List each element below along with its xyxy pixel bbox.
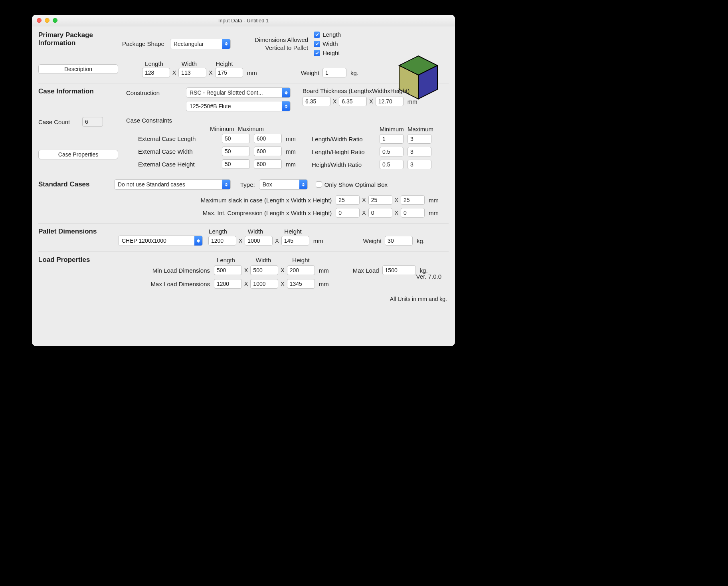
slack-w-input[interactable] bbox=[368, 195, 392, 205]
primary-height-input[interactable] bbox=[215, 68, 243, 77]
package-shape-label: Package Shape bbox=[122, 40, 164, 47]
case-count-input[interactable] bbox=[82, 117, 103, 127]
traffic-lights bbox=[37, 18, 57, 23]
app-window: Input Data - Untitled 1 Primary Package … bbox=[32, 15, 455, 346]
description-button[interactable]: Description bbox=[38, 64, 118, 74]
primary-dim-unit: mm bbox=[247, 69, 257, 76]
board-thickness-label: Board Thickness (LengthxWidthxHeight) bbox=[303, 87, 417, 94]
ecw-max-input[interactable] bbox=[254, 146, 282, 156]
pallet-weight-input[interactable] bbox=[385, 236, 413, 245]
chevron-updown-icon bbox=[299, 180, 307, 189]
max-load-input[interactable] bbox=[382, 265, 416, 275]
hw-min-input[interactable] bbox=[380, 160, 404, 169]
lh-ratio-label: Length/Height Ratio bbox=[312, 148, 380, 155]
units-label: All Units in mm and kg. bbox=[38, 294, 449, 302]
primary-heading-1: Primary Package bbox=[38, 31, 122, 39]
case-constraints-label: Case Constraints bbox=[126, 117, 296, 124]
primary-weight-input[interactable] bbox=[322, 68, 346, 77]
maximize-icon[interactable] bbox=[53, 18, 57, 23]
min-h-input[interactable] bbox=[287, 265, 315, 275]
flute-select[interactable]: 125-250#B Flute bbox=[186, 101, 291, 111]
package-shape-select[interactable]: Rectangular bbox=[170, 39, 231, 49]
construction-select[interactable]: RSC - Regular Slotted Cont... bbox=[186, 87, 291, 98]
primary-heading-2: Information bbox=[38, 39, 122, 47]
comp-l-input[interactable] bbox=[336, 208, 360, 218]
construction-label: Construction bbox=[126, 89, 186, 96]
titlebar: Input Data - Untitled 1 bbox=[32, 15, 455, 26]
max-load-label: Max Load bbox=[353, 267, 379, 274]
primary-length-input[interactable] bbox=[142, 68, 170, 77]
chk-length[interactable]: Length bbox=[314, 31, 341, 38]
height-header: Height bbox=[212, 60, 236, 67]
min-w-input[interactable] bbox=[250, 265, 278, 275]
max-comp-label: Max. Int. Compression (Length x Width x … bbox=[203, 210, 332, 216]
slack-h-input[interactable] bbox=[401, 195, 425, 205]
window-title: Input Data - Untitled 1 bbox=[32, 18, 455, 24]
chevron-updown-icon bbox=[222, 39, 230, 49]
primary-weight-unit: kg. bbox=[350, 69, 358, 76]
max-load-dims-label: Max Load Dimensions bbox=[134, 281, 214, 287]
ecw-label: External Case Width bbox=[126, 148, 222, 155]
max-w-input[interactable] bbox=[250, 279, 278, 289]
max-slack-label: Maximum slack in case (Length x Width x … bbox=[201, 197, 332, 204]
pallet-width-input[interactable] bbox=[245, 236, 273, 245]
lw-max-input[interactable] bbox=[408, 134, 431, 144]
primary-weight-label: Weight bbox=[301, 69, 319, 76]
chevron-updown-icon bbox=[222, 180, 230, 189]
checkbox-icon bbox=[314, 41, 320, 47]
chk-height[interactable]: Height bbox=[314, 49, 341, 56]
ech-min-input[interactable] bbox=[222, 159, 250, 169]
bt-height-input[interactable] bbox=[376, 97, 404, 106]
standard-cases-select[interactable]: Do not use Standard cases bbox=[114, 179, 231, 190]
ecl-min-input[interactable] bbox=[222, 134, 250, 143]
pallet-heading: Pallet Dimensions bbox=[38, 228, 118, 236]
type-select[interactable]: Box bbox=[259, 179, 308, 190]
lw-min-input[interactable] bbox=[380, 134, 404, 144]
ecl-max-input[interactable] bbox=[254, 134, 282, 143]
case-properties-button[interactable]: Case Properties bbox=[38, 150, 118, 159]
chk-only-optimal[interactable]: Only Show Optimal Box bbox=[316, 181, 388, 188]
primary-width-input[interactable] bbox=[178, 68, 206, 77]
width-header: Width bbox=[177, 60, 201, 67]
ech-label: External Case Height bbox=[126, 161, 222, 168]
chevron-updown-icon bbox=[282, 101, 290, 111]
lh-min-input[interactable] bbox=[380, 147, 404, 156]
length-header: Length bbox=[142, 60, 166, 67]
chevron-updown-icon bbox=[194, 236, 202, 245]
dims-allowed-label-1: Dimensions Allowed bbox=[255, 36, 308, 44]
dims-allowed-label-2: Vertical to Pallet bbox=[255, 44, 308, 52]
max-h-input[interactable] bbox=[287, 279, 315, 289]
lh-max-input[interactable] bbox=[408, 147, 431, 156]
standard-cases-heading: Standard Cases bbox=[38, 180, 114, 188]
checkbox-icon bbox=[314, 32, 320, 38]
pallet-select[interactable]: CHEP 1200x1000 bbox=[118, 236, 203, 246]
version-label: Ver. 7.0.0 bbox=[416, 273, 441, 280]
ecw-min-input[interactable] bbox=[222, 146, 250, 156]
package-shape-value: Rectangular bbox=[170, 41, 222, 47]
min-l-input[interactable] bbox=[214, 265, 242, 275]
close-icon[interactable] bbox=[37, 18, 42, 23]
min-load-label: Min Load Dimensions bbox=[134, 267, 214, 274]
chevron-updown-icon bbox=[282, 88, 290, 97]
checkbox-icon bbox=[316, 181, 322, 188]
bt-length-input[interactable] bbox=[303, 97, 330, 106]
pallet-height-input[interactable] bbox=[281, 236, 309, 245]
hw-ratio-label: Height/Width Ratio bbox=[312, 161, 380, 168]
checkbox-icon bbox=[314, 50, 320, 56]
slack-l-input[interactable] bbox=[336, 195, 360, 205]
pallet-weight-label: Weight bbox=[363, 238, 382, 244]
load-heading: Load Properties bbox=[38, 256, 134, 264]
type-label: Type: bbox=[240, 181, 255, 188]
bt-width-input[interactable] bbox=[339, 97, 367, 106]
hw-max-input[interactable] bbox=[408, 160, 431, 169]
ech-max-input[interactable] bbox=[254, 159, 282, 169]
pallet-length-input[interactable] bbox=[208, 236, 236, 245]
comp-w-input[interactable] bbox=[368, 208, 392, 218]
case-info-heading: Case Information bbox=[38, 87, 126, 95]
case-count-label: Case Count bbox=[38, 119, 82, 125]
chk-width[interactable]: Width bbox=[314, 40, 341, 47]
comp-h-input[interactable] bbox=[401, 208, 425, 218]
max-l-input[interactable] bbox=[214, 279, 242, 289]
minimize-icon[interactable] bbox=[45, 18, 49, 23]
ecl-label: External Case Length bbox=[126, 135, 222, 142]
